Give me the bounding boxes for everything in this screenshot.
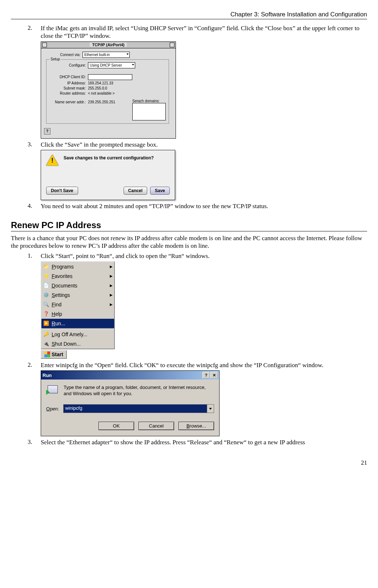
step-number: 4.: [28, 202, 41, 210]
chapter-header: Chapter 3: Software Installation and Con…: [11, 11, 367, 19]
router-address-label: Router address:: [49, 91, 88, 95]
configure-label: Configure:: [49, 63, 88, 67]
tcpip-title: TCP/IP (AirPort4): [90, 43, 126, 47]
submenu-arrow-icon: ▶: [110, 283, 113, 287]
browse-button[interactable]: Browse...: [178, 422, 214, 430]
dont-save-button[interactable]: Don't Save: [46, 187, 78, 195]
menu-item-label: Shut Down...: [52, 341, 113, 347]
submenu-arrow-icon: ▶: [110, 274, 113, 278]
step-text: If the iMac gets an invalid IP, select “…: [41, 24, 367, 40]
open-value: winipcfg: [64, 405, 207, 413]
step-text: Enter winipcfg in the “Open“ field. Clic…: [41, 361, 367, 369]
ns-label: Name server addr.:: [49, 100, 88, 104]
menu-item-label: Run...: [52, 321, 113, 326]
menu-separator: [42, 329, 113, 329]
start-menu-item-shut-down-[interactable]: 🔌Shut Down...: [41, 339, 114, 349]
submenu-arrow-icon: ▶: [110, 265, 113, 269]
page-number: 21: [11, 459, 367, 466]
ip-address-label: IP Address:: [49, 81, 88, 85]
start-button[interactable]: Start: [41, 350, 67, 359]
search-domains-input[interactable]: [132, 103, 166, 120]
run-icon: [46, 385, 59, 397]
start-menu-item-run-[interactable]: ▶️Run...: [41, 319, 114, 328]
windows-logo-icon: [44, 351, 50, 357]
subnet-mask-label: Subnet mask:: [49, 86, 88, 90]
menu-item-label: Documents: [52, 283, 108, 289]
connect-via-label: Connect via:: [44, 53, 83, 57]
step-number: 1.: [28, 252, 41, 260]
step-b2: 2. Enter winipcfg in the “Open“ field. C…: [28, 361, 367, 369]
open-label: Open:: [46, 406, 59, 412]
step-b3: 3. Select the “Ethernet adapter“ to show…: [28, 438, 367, 446]
menu-item-label: Settings: [52, 292, 108, 298]
save-dialog: ! Save changes to the current configurat…: [41, 150, 175, 200]
log-off-amely--icon: 🔑: [43, 331, 49, 338]
warning-icon: !: [46, 155, 59, 167]
section-renew-ip: Renew PC IP Address: [11, 220, 367, 231]
settings-icon: ⚙️: [43, 292, 49, 298]
menu-item-label: Help: [52, 311, 113, 317]
zoom-box[interactable]: [170, 43, 174, 47]
configure-dropdown[interactable]: Using DHCP Server: [88, 62, 135, 68]
ip-address-value: 169.254.121.33: [88, 81, 113, 85]
step-text: Select the “Ethernet adapter“ to show th…: [41, 438, 367, 446]
router-address-value: < not available >: [88, 91, 114, 95]
close-button[interactable]: ✕: [210, 372, 218, 378]
ns-value: 239.255.255.251: [88, 100, 115, 104]
dhcp-client-id-label: DHCP Client ID:: [49, 75, 88, 79]
step-text: Click the “Save” in the prompted message…: [41, 141, 367, 148]
section-intro: There is a chance that your PC does not …: [11, 234, 367, 250]
cancel-button[interactable]: Cancel: [124, 187, 147, 195]
start-menu-item-settings[interactable]: ⚙️Settings▶: [41, 290, 114, 300]
subnet-mask-value: 255.255.0.0: [88, 86, 107, 90]
dhcp-client-id-input[interactable]: [88, 74, 132, 80]
mac-titlebar: TCP/IP (AirPort4): [41, 42, 176, 48]
start-menu-item-log-off-amely-[interactable]: 🔑Log Off Amely...: [41, 330, 114, 339]
run-titlebar: Run ? ✕: [41, 371, 219, 380]
ok-button[interactable]: OK: [98, 422, 134, 430]
programs-icon: 📁: [43, 263, 49, 270]
submenu-arrow-icon: ▶: [110, 293, 113, 297]
start-menu-item-favorites[interactable]: ⭐Favorites▶: [41, 271, 114, 281]
run-title-text: Run: [43, 373, 52, 378]
open-combobox[interactable]: winipcfg: [63, 404, 214, 413]
setup-legend: Setup: [49, 57, 61, 61]
run-description: Type the name of a program, folder, docu…: [64, 385, 214, 397]
step-a2: 2. If the iMac gets an invalid IP, selec…: [28, 24, 367, 40]
shut-down--icon: 🔌: [43, 341, 49, 347]
save-message: Save changes to the current configuratio…: [64, 155, 154, 160]
start-label: Start: [52, 351, 63, 357]
step-text: You need to wait about 2 minutes and ope…: [41, 202, 367, 210]
step-a3: 3. Click the “Save” in the prompted mess…: [28, 141, 367, 148]
dropdown-icon[interactable]: [207, 405, 214, 413]
documents-icon: 📄: [43, 282, 49, 289]
favorites-icon: ⭐: [43, 273, 49, 279]
submenu-arrow-icon: ▶: [110, 302, 113, 306]
cancel-button[interactable]: Cancel: [138, 422, 174, 430]
start-menu-item-find[interactable]: 🔍Find▶: [41, 300, 114, 309]
help-icon[interactable]: ?: [44, 128, 51, 135]
start-menu: 📁Programs▶⭐Favorites▶📄Documents▶⚙️Settin…: [41, 261, 115, 349]
step-number: 3.: [28, 438, 41, 446]
connect-via-dropdown[interactable]: Ethernet built-in: [83, 52, 130, 58]
start-menu-item-help[interactable]: ❓Help: [41, 309, 114, 319]
start-menu-item-programs[interactable]: 📁Programs▶: [41, 262, 114, 271]
step-b1: 1. Click “Start“, point to “Run“, and cl…: [28, 252, 367, 260]
step-number: 3.: [28, 141, 41, 148]
tcpip-window: TCP/IP (AirPort4) Connect via: Ethernet …: [41, 41, 176, 139]
step-number: 2.: [28, 361, 41, 369]
menu-item-label: Favorites: [52, 273, 108, 279]
setup-group: Setup Configure: Using DHCP Server DHCP …: [46, 59, 169, 124]
help-button[interactable]: ?: [202, 372, 210, 378]
menu-item-label: Log Off Amely...: [52, 331, 113, 337]
start-menu-item-documents[interactable]: 📄Documents▶: [41, 281, 114, 290]
step-a4: 4. You need to wait about 2 minutes and …: [28, 202, 367, 210]
save-button[interactable]: Save: [150, 187, 170, 195]
close-box[interactable]: [42, 43, 47, 47]
run-dialog: Run ? ✕ Type the name of a program, fold…: [41, 370, 220, 436]
menu-item-label: Find: [52, 302, 108, 307]
help-icon: ❓: [43, 311, 49, 317]
step-number: 2.: [28, 24, 41, 40]
step-text: Click “Start“, point to “Run“, and click…: [41, 252, 367, 260]
menu-item-label: Programs: [52, 264, 108, 270]
